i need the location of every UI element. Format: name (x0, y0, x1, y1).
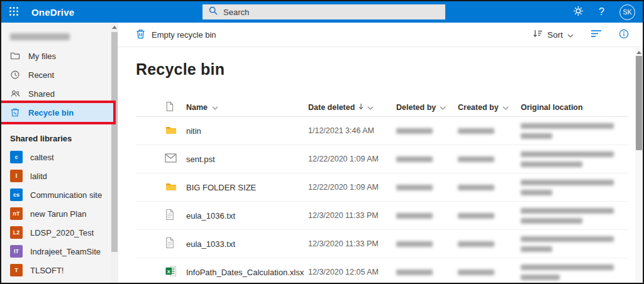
date-deleted: 12/22/2020 1:09 AM (308, 183, 396, 192)
sidebar-item-recent[interactable]: Recent (1, 65, 113, 84)
sort-icon (533, 29, 543, 40)
sidebar-item-shared[interactable]: Shared (1, 84, 113, 103)
recycle-bin-icon (10, 107, 21, 118)
nav-item-label: Shared (28, 89, 55, 99)
topbar-actions: ? SK (573, 4, 643, 20)
sidebar-library-caltest[interactable]: c caltest (1, 148, 118, 167)
main-panel: Empty recycle bin (118, 23, 643, 283)
sidebar-library-new1[interactable]: N New1 (1, 280, 118, 283)
folder-outline-icon (10, 51, 21, 62)
help-icon: ? (599, 6, 604, 18)
sidebar-library-new-tarun-plan[interactable]: nT new Tarun Plan (1, 204, 118, 223)
created-by-redacted (458, 156, 521, 162)
scroll-up-arrow-icon[interactable] (636, 51, 641, 54)
waffle-icon (9, 6, 19, 18)
settings-button[interactable] (573, 6, 584, 18)
file-row-nitin[interactable]: nitin 1/12/2021 3:46 AM (136, 117, 628, 145)
search-input[interactable] (223, 8, 445, 17)
sidebar-library-lalitd[interactable]: l lalitd (1, 167, 118, 185)
original-location-redacted (521, 180, 628, 195)
file-name[interactable]: eula_1036.txt (186, 211, 308, 221)
avatar[interactable]: SK (619, 4, 635, 20)
command-bar: Empty recycle bin (118, 23, 643, 47)
file-row-eula-1036-txt[interactable]: eula_1036.txt 12/3/2020 11:33 PM (136, 202, 628, 230)
original-location-redacted (521, 265, 628, 280)
nav-item-label: My files (28, 52, 56, 61)
library-label: caltest (30, 153, 54, 162)
recycle-bin-content: Recycle bin Name Date deleted (118, 47, 643, 283)
svg-text:X: X (167, 269, 171, 275)
clock-icon (10, 70, 21, 80)
sort-button[interactable]: Sort (533, 29, 574, 40)
file-name[interactable]: nitin (186, 126, 308, 136)
deleted-by-redacted (396, 128, 458, 134)
sidebar-scrollbar[interactable] (111, 23, 118, 283)
folder-icon (165, 180, 177, 195)
site-tile-icon: c (10, 151, 23, 163)
column-header-created-by[interactable]: Created by (458, 103, 521, 112)
created-by-redacted (458, 270, 521, 275)
file-name[interactable]: BIG FOLDER SIZE (186, 183, 308, 192)
sort-descending-arrow-icon (358, 103, 364, 112)
user-name-redacted (10, 33, 70, 40)
sidebar: My files Recent Shared Recycle bin Share… (1, 23, 118, 283)
scroll-up-arrow-icon[interactable] (112, 26, 117, 29)
gear-icon (573, 6, 584, 18)
column-header-deleted-by[interactable]: Deleted by (396, 103, 458, 112)
command-bar-right: Sort (533, 29, 629, 41)
original-location-redacted (521, 123, 628, 139)
chevron-down-icon (567, 30, 574, 40)
nav-item-label: Recent (28, 70, 54, 80)
search-box[interactable] (203, 4, 445, 19)
file-row-infopath-dates-calculation-xlsx[interactable]: X InfoPath_Dates_Calculation.xlsx 12/3/2… (136, 258, 628, 283)
original-location-redacted (521, 151, 628, 167)
sort-label: Sort (547, 30, 563, 40)
chevron-down-icon (440, 103, 446, 112)
list-view-icon (591, 30, 602, 40)
info-button[interactable] (619, 29, 629, 41)
site-tile-icon: T (10, 264, 23, 276)
onedrive-window: OneDrive (0, 0, 644, 284)
main-scrollbar-thumb[interactable] (636, 56, 642, 150)
created-by-redacted (458, 213, 521, 219)
deleted-by-redacted (396, 156, 458, 162)
view-options-button[interactable] (591, 30, 602, 40)
search-icon (209, 6, 218, 18)
site-tile-icon: L2 (10, 226, 23, 239)
library-label: Indrajeet_TeamSite (30, 247, 101, 256)
sidebar-library-ldsp-2020-test[interactable]: L2 LDSP_2020_Test (1, 223, 118, 242)
nav-item-label: Recycle bin (28, 108, 74, 117)
file-name[interactable]: InfoPath_Dates_Calculation.xlsx (186, 268, 308, 277)
column-header-name[interactable]: Name (186, 103, 308, 112)
created-by-redacted (458, 185, 521, 190)
help-button[interactable]: ? (599, 6, 604, 18)
file-row-sent-pst[interactable]: sent.pst 12/22/2020 1:09 AM (136, 145, 628, 173)
text-file-icon (165, 237, 175, 251)
sidebar-library-tlsoft[interactable]: T TLSOFT! (1, 261, 118, 280)
main-scrollbar[interactable] (635, 48, 643, 283)
sidebar-item-recycle-bin[interactable]: Recycle bin (1, 103, 113, 122)
file-row-eula-1033-txt[interactable]: eula_1033.txt 12/3/2020 11:33 PM (136, 230, 628, 258)
file-type-column-header[interactable] (165, 101, 186, 114)
info-icon (619, 29, 629, 41)
app-title: OneDrive (31, 7, 74, 18)
empty-recycle-bin-button[interactable]: Empty recycle bin (136, 29, 216, 41)
deleted-by-redacted (396, 213, 458, 219)
file-name[interactable]: sent.pst (186, 155, 308, 164)
sidebar-scrollbar-thumb[interactable] (111, 32, 118, 252)
excel-icon: X (165, 265, 177, 279)
sidebar-library-communication-site[interactable]: cs Communication site (1, 185, 118, 204)
table-header: Name Date deleted Deleted by Created by (136, 98, 628, 117)
sidebar-nav: My files Recent Shared Recycle bin (1, 46, 118, 122)
column-header-date-deleted[interactable]: Date deleted (308, 103, 396, 112)
file-row-big-folder-size[interactable]: BIG FOLDER SIZE 12/22/2020 1:09 AM (136, 173, 628, 202)
chevron-down-icon (502, 103, 509, 112)
app-launcher-button[interactable] (1, 1, 26, 23)
people-icon (10, 89, 21, 99)
sidebar-library-indrajeet-teamsite[interactable]: IT Indrajeet_TeamSite (1, 242, 118, 261)
page-title: Recycle bin (136, 60, 628, 79)
file-name[interactable]: eula_1033.txt (186, 239, 308, 249)
sidebar-item-my-files[interactable]: My files (1, 46, 113, 65)
file-icon (165, 101, 174, 114)
column-header-original-location[interactable]: Original location (521, 103, 628, 112)
